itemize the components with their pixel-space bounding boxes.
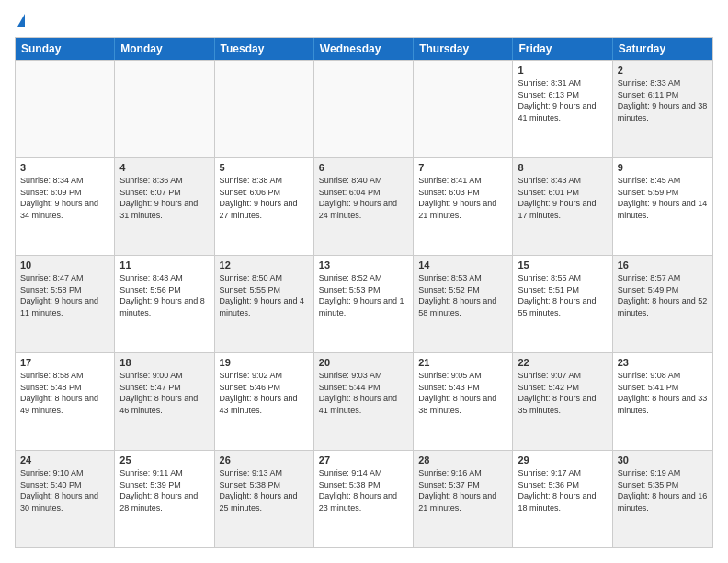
day-number: 30 xyxy=(618,454,708,465)
cell-info: Sunrise: 8:38 AM Sunset: 6:06 PM Dayligh… xyxy=(220,175,309,221)
calendar-header-cell: Monday xyxy=(115,38,214,60)
day-number: 17 xyxy=(20,357,109,368)
logo-triangle-icon xyxy=(17,14,25,27)
cell-info: Sunrise: 9:03 AM Sunset: 5:44 PM Dayligh… xyxy=(319,370,408,416)
calendar-cell: 3Sunrise: 8:34 AM Sunset: 6:09 PM Daylig… xyxy=(16,158,115,255)
calendar-cell xyxy=(314,61,414,157)
cell-info: Sunrise: 8:52 AM Sunset: 5:53 PM Dayligh… xyxy=(319,272,408,318)
cell-info: Sunrise: 9:14 AM Sunset: 5:38 PM Dayligh… xyxy=(319,467,408,513)
calendar-header-cell: Tuesday xyxy=(215,38,314,60)
calendar-cell: 1Sunrise: 8:31 AM Sunset: 6:13 PM Daylig… xyxy=(513,61,612,157)
calendar-cell: 17Sunrise: 8:58 AM Sunset: 5:48 PM Dayli… xyxy=(16,353,115,450)
calendar-row: 17Sunrise: 8:58 AM Sunset: 5:48 PM Dayli… xyxy=(16,352,712,450)
calendar-cell: 7Sunrise: 8:41 AM Sunset: 6:03 PM Daylig… xyxy=(414,158,513,255)
day-number: 4 xyxy=(119,162,209,173)
cell-info: Sunrise: 8:50 AM Sunset: 5:55 PM Dayligh… xyxy=(220,272,309,318)
day-number: 19 xyxy=(220,357,309,368)
calendar-cell: 15Sunrise: 8:55 AM Sunset: 5:51 PM Dayli… xyxy=(513,256,612,352)
day-number: 5 xyxy=(220,162,309,173)
day-number: 28 xyxy=(418,454,507,465)
calendar-cell: 30Sunrise: 9:19 AM Sunset: 5:35 PM Dayli… xyxy=(613,451,712,547)
calendar-cell xyxy=(215,61,314,157)
calendar-cell: 4Sunrise: 8:36 AM Sunset: 6:07 PM Daylig… xyxy=(115,158,214,255)
calendar-header: SundayMondayTuesdayWednesdayThursdayFrid… xyxy=(16,38,712,60)
day-number: 25 xyxy=(119,454,209,465)
calendar-cell: 26Sunrise: 9:13 AM Sunset: 5:38 PM Dayli… xyxy=(215,451,314,547)
cell-info: Sunrise: 9:17 AM Sunset: 5:36 PM Dayligh… xyxy=(518,467,607,513)
calendar-cell xyxy=(414,61,513,157)
day-number: 9 xyxy=(618,162,708,173)
cell-info: Sunrise: 8:31 AM Sunset: 6:13 PM Dayligh… xyxy=(518,77,607,123)
day-number: 7 xyxy=(418,162,507,173)
day-number: 10 xyxy=(20,259,109,270)
cell-info: Sunrise: 8:40 AM Sunset: 6:04 PM Dayligh… xyxy=(319,175,408,221)
day-number: 2 xyxy=(618,64,708,75)
calendar-cell: 5Sunrise: 8:38 AM Sunset: 6:06 PM Daylig… xyxy=(215,158,314,255)
calendar-cell: 14Sunrise: 8:53 AM Sunset: 5:52 PM Dayli… xyxy=(414,256,513,352)
calendar-cell: 11Sunrise: 8:48 AM Sunset: 5:56 PM Dayli… xyxy=(115,256,214,352)
day-number: 1 xyxy=(518,64,607,75)
calendar-cell: 2Sunrise: 8:33 AM Sunset: 6:11 PM Daylig… xyxy=(613,61,712,157)
cell-info: Sunrise: 8:34 AM Sunset: 6:09 PM Dayligh… xyxy=(20,175,109,221)
cell-info: Sunrise: 9:07 AM Sunset: 5:42 PM Dayligh… xyxy=(518,370,607,416)
calendar-header-cell: Friday xyxy=(513,38,612,60)
calendar-cell: 16Sunrise: 8:57 AM Sunset: 5:49 PM Dayli… xyxy=(613,256,712,352)
calendar-row: 10Sunrise: 8:47 AM Sunset: 5:58 PM Dayli… xyxy=(16,255,712,352)
day-number: 12 xyxy=(220,259,309,270)
day-number: 6 xyxy=(319,162,408,173)
cell-info: Sunrise: 9:02 AM Sunset: 5:46 PM Dayligh… xyxy=(220,370,309,416)
cell-info: Sunrise: 8:53 AM Sunset: 5:52 PM Dayligh… xyxy=(418,272,507,318)
day-number: 23 xyxy=(618,357,708,368)
calendar-cell: 22Sunrise: 9:07 AM Sunset: 5:42 PM Dayli… xyxy=(513,353,612,450)
calendar-cell: 8Sunrise: 8:43 AM Sunset: 6:01 PM Daylig… xyxy=(513,158,612,255)
calendar-cell xyxy=(115,61,214,157)
day-number: 29 xyxy=(518,454,607,465)
day-number: 8 xyxy=(518,162,607,173)
calendar-header-cell: Thursday xyxy=(414,38,513,60)
header xyxy=(15,15,713,28)
day-number: 27 xyxy=(319,454,408,465)
cell-info: Sunrise: 8:57 AM Sunset: 5:49 PM Dayligh… xyxy=(618,272,708,318)
calendar-cell: 19Sunrise: 9:02 AM Sunset: 5:46 PM Dayli… xyxy=(215,353,314,450)
calendar-cell: 25Sunrise: 9:11 AM Sunset: 5:39 PM Dayli… xyxy=(115,451,214,547)
cell-info: Sunrise: 9:16 AM Sunset: 5:37 PM Dayligh… xyxy=(418,467,507,513)
cell-info: Sunrise: 9:08 AM Sunset: 5:41 PM Dayligh… xyxy=(618,370,708,416)
calendar-cell: 18Sunrise: 9:00 AM Sunset: 5:47 PM Dayli… xyxy=(115,353,214,450)
calendar-cell: 27Sunrise: 9:14 AM Sunset: 5:38 PM Dayli… xyxy=(314,451,414,547)
cell-info: Sunrise: 9:19 AM Sunset: 5:35 PM Dayligh… xyxy=(618,467,708,513)
calendar-header-cell: Saturday xyxy=(613,38,712,60)
cell-info: Sunrise: 9:13 AM Sunset: 5:38 PM Dayligh… xyxy=(220,467,309,513)
logo-text xyxy=(15,15,28,28)
day-number: 24 xyxy=(20,454,109,465)
day-number: 22 xyxy=(518,357,607,368)
cell-info: Sunrise: 8:33 AM Sunset: 6:11 PM Dayligh… xyxy=(618,77,708,123)
cell-info: Sunrise: 9:10 AM Sunset: 5:40 PM Dayligh… xyxy=(20,467,109,513)
day-number: 26 xyxy=(220,454,309,465)
calendar-cell: 23Sunrise: 9:08 AM Sunset: 5:41 PM Dayli… xyxy=(613,353,712,450)
day-number: 13 xyxy=(319,259,408,270)
calendar-cell xyxy=(16,61,115,157)
logo xyxy=(15,15,28,28)
cell-info: Sunrise: 8:43 AM Sunset: 6:01 PM Dayligh… xyxy=(518,175,607,221)
cell-info: Sunrise: 8:47 AM Sunset: 5:58 PM Dayligh… xyxy=(20,272,109,318)
cell-info: Sunrise: 8:41 AM Sunset: 6:03 PM Dayligh… xyxy=(418,175,507,221)
calendar: SundayMondayTuesdayWednesdayThursdayFrid… xyxy=(15,37,713,548)
calendar-body: 1Sunrise: 8:31 AM Sunset: 6:13 PM Daylig… xyxy=(16,60,712,547)
calendar-cell: 21Sunrise: 9:05 AM Sunset: 5:43 PM Dayli… xyxy=(414,353,513,450)
page: SundayMondayTuesdayWednesdayThursdayFrid… xyxy=(0,0,728,563)
cell-info: Sunrise: 9:05 AM Sunset: 5:43 PM Dayligh… xyxy=(418,370,507,416)
cell-info: Sunrise: 8:58 AM Sunset: 5:48 PM Dayligh… xyxy=(20,370,109,416)
calendar-cell: 12Sunrise: 8:50 AM Sunset: 5:55 PM Dayli… xyxy=(215,256,314,352)
cell-info: Sunrise: 8:36 AM Sunset: 6:07 PM Dayligh… xyxy=(119,175,209,221)
day-number: 16 xyxy=(618,259,708,270)
day-number: 15 xyxy=(518,259,607,270)
calendar-row: 24Sunrise: 9:10 AM Sunset: 5:40 PM Dayli… xyxy=(16,450,712,547)
calendar-row: 1Sunrise: 8:31 AM Sunset: 6:13 PM Daylig… xyxy=(16,60,712,157)
cell-info: Sunrise: 9:11 AM Sunset: 5:39 PM Dayligh… xyxy=(119,467,209,513)
calendar-cell: 6Sunrise: 8:40 AM Sunset: 6:04 PM Daylig… xyxy=(314,158,414,255)
day-number: 21 xyxy=(418,357,507,368)
day-number: 11 xyxy=(119,259,209,270)
calendar-cell: 29Sunrise: 9:17 AM Sunset: 5:36 PM Dayli… xyxy=(513,451,612,547)
cell-info: Sunrise: 8:45 AM Sunset: 5:59 PM Dayligh… xyxy=(618,175,708,221)
day-number: 14 xyxy=(418,259,507,270)
